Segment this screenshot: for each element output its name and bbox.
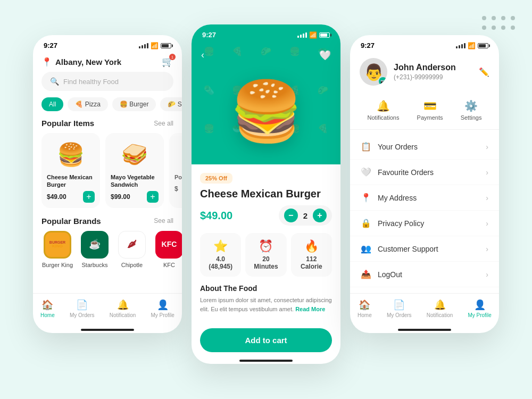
brands-see-all[interactable]: See all: [154, 217, 173, 225]
item-card-partial[interactable]: 🌮 Po... $ +: [169, 133, 182, 208]
popular-items-header: Popular Items See all: [33, 119, 182, 133]
camera-badge-icon[interactable]: 📷: [379, 77, 387, 86]
item-name-sandwich: Mayo Vegetable Sandwich: [111, 173, 159, 189]
nav-home-p3[interactable]: 🏠 Home: [358, 299, 372, 318]
search-bar[interactable]: 🔍 Find healthy Food: [41, 72, 173, 91]
quantity-number: 2: [303, 211, 307, 220]
cart-button[interactable]: 🛒 1: [162, 56, 173, 68]
nav-orders-p3[interactable]: 📄 My Orders: [387, 299, 412, 318]
item-price-row-burger: $49.00 +: [47, 191, 95, 203]
price-qty-row: $49.00 − 2 +: [200, 205, 332, 226]
home-indicator-phone2: [239, 360, 293, 362]
privacy-chevron-icon: ›: [486, 219, 488, 228]
category-all[interactable]: All: [41, 97, 63, 111]
settings-action-icon: ⚙️: [464, 99, 478, 112]
nav-profile-p3[interactable]: 👤 My Profile: [468, 299, 491, 318]
read-more-link[interactable]: Read More: [295, 306, 325, 312]
profile-nav-icon: 👤: [157, 299, 169, 311]
wifi-icon: 📶: [151, 42, 159, 49]
menu-privacy[interactable]: 🔒 Privacy Policy ›: [350, 211, 499, 236]
kfc-logo: KFC: [155, 231, 182, 259]
product-title: Cheese Mexican Burger: [200, 188, 332, 200]
action-notifications[interactable]: 🔔 Notifications: [368, 99, 400, 121]
profile-name: John Anderson: [394, 63, 456, 72]
brand-chipotle[interactable]: 🌶 Chipotle: [116, 231, 148, 268]
search-icon: 🔍: [50, 77, 59, 86]
item-price-row-partial: $ +: [174, 183, 182, 195]
nav-home[interactable]: 🏠 Home: [40, 299, 55, 318]
search-placeholder: Find healthy Food: [63, 78, 119, 86]
home-indicator-phone1: [81, 329, 134, 331]
status-icons-phone3: 📶: [456, 42, 488, 49]
bottom-nav-phone1: 🏠 Home 📄 My Orders 🔔 Notification 👤 My P…: [33, 293, 182, 327]
item-price-row-sandwich: $99.00 +: [111, 191, 159, 203]
profile-nav-icon-p3: 👤: [474, 299, 486, 311]
location-text: Albany, New York: [55, 57, 121, 66]
support-menu-icon: 👥: [361, 244, 371, 254]
signal-bars-p2: [297, 32, 307, 38]
brand-starbucks[interactable]: ☕ Starbucks: [79, 231, 111, 268]
chipotle-logo: 🌶: [118, 231, 146, 259]
settings-action-label: Settings: [461, 114, 482, 121]
popular-items-see-all[interactable]: See all: [154, 120, 173, 127]
edit-profile-button[interactable]: ✏️: [479, 67, 489, 77]
add-to-cart-button[interactable]: Add to cart: [200, 328, 332, 352]
orders-chevron-icon: ›: [486, 143, 488, 151]
brand-burger-king[interactable]: BURGER KING Burger King: [41, 231, 73, 268]
nav-profile[interactable]: 👤 My Profile: [151, 299, 174, 318]
time-value: 20 Minutes: [250, 255, 282, 270]
category-more[interactable]: 🌮 S: [160, 97, 182, 111]
stat-time: ⏰ 20 Minutes: [245, 233, 286, 277]
status-bar-phone1: 9:27 📶: [33, 35, 182, 53]
quantity-minus-button[interactable]: −: [284, 209, 298, 222]
popular-brands-section: Popular Brands See all BURGER KING Burge…: [33, 217, 182, 293]
profile-info: John Anderson (+231)-99999999: [394, 63, 456, 81]
nav-orders[interactable]: 📄 My Orders: [70, 299, 95, 318]
orders-menu-icon: 📋: [361, 142, 371, 152]
nav-notification[interactable]: 🔔 Notification: [110, 299, 136, 318]
add-btn-sandwich[interactable]: +: [147, 191, 159, 203]
menu-favourite[interactable]: 🤍 Favourite Orders ›: [350, 160, 499, 185]
battery-icon-p3: [478, 43, 488, 48]
discount-badge: 25% Off: [200, 173, 232, 184]
wifi-icon-p2: 📶: [309, 31, 317, 39]
category-burger[interactable]: 🍔 Burger: [112, 97, 156, 111]
item-card-sandwich[interactable]: 🥪 Mayo Vegetable Sandwich $99.00 +: [105, 133, 164, 208]
quantity-plus-button[interactable]: +: [313, 209, 327, 222]
quantity-control: − 2 +: [279, 205, 332, 226]
product-content: 25% Off Cheese Mexican Burger $49.00 − 2…: [192, 164, 340, 322]
orders-nav-label-p3: My Orders: [387, 312, 412, 318]
about-text: Lorem ipsum dolor sit amet, consectetur …: [200, 296, 332, 313]
favourite-button[interactable]: 🤍: [319, 49, 331, 61]
nav-notification-p3[interactable]: 🔔 Notification: [427, 299, 453, 318]
profile-nav-label: My Profile: [151, 312, 174, 318]
location-left: 📍 Albany, New York: [41, 57, 121, 67]
menu-support[interactable]: 👥 Customer Support ›: [350, 236, 499, 262]
bottom-nav-phone3: 🏠 Home 📄 My Orders 🔔 Notification 👤 My P…: [350, 293, 499, 327]
notification-nav-icon-p3: 🔔: [434, 299, 446, 311]
home-nav-icon: 🏠: [41, 299, 53, 311]
privacy-menu-label: Privacy Policy: [378, 219, 424, 228]
brand-kfc[interactable]: KFC KFC: [153, 231, 182, 268]
menu-address[interactable]: 📍 My Address ›: [350, 185, 499, 211]
category-pizza[interactable]: 🍕 Pizza: [68, 97, 108, 111]
menu-your-orders[interactable]: 📋 Your Orders ›: [350, 134, 499, 160]
item-card-burger[interactable]: 🍔 Cheese Mexican Burger $49.00 +: [41, 133, 100, 208]
notifications-action-icon: 🔔: [377, 99, 390, 112]
status-bar-phone2: 9:27 📶: [192, 24, 340, 42]
starbucks-logo: ☕: [81, 231, 109, 259]
privacy-menu-icon: 🔒: [361, 218, 371, 228]
profile-left: 👨 📷 John Anderson (+231)-99999999: [360, 58, 456, 86]
back-button[interactable]: ‹: [201, 49, 204, 61]
phone1-content: 📍 Albany, New York 🛒 1 🔍 Find healthy Fo…: [33, 53, 182, 293]
item-img-partial: 🌮: [174, 138, 182, 170]
address-menu-icon: 📍: [361, 193, 371, 203]
address-chevron-icon: ›: [486, 194, 488, 202]
logout-menu-icon: 📤: [361, 269, 371, 279]
add-btn-burger[interactable]: +: [83, 191, 95, 203]
battery-icon: [161, 43, 171, 48]
menu-logout[interactable]: 📤 LogOut ›: [350, 262, 499, 287]
action-payments[interactable]: 💳 Payments: [417, 99, 443, 121]
home-nav-icon-p3: 🏠: [359, 299, 370, 311]
action-settings[interactable]: ⚙️ Settings: [461, 99, 482, 121]
